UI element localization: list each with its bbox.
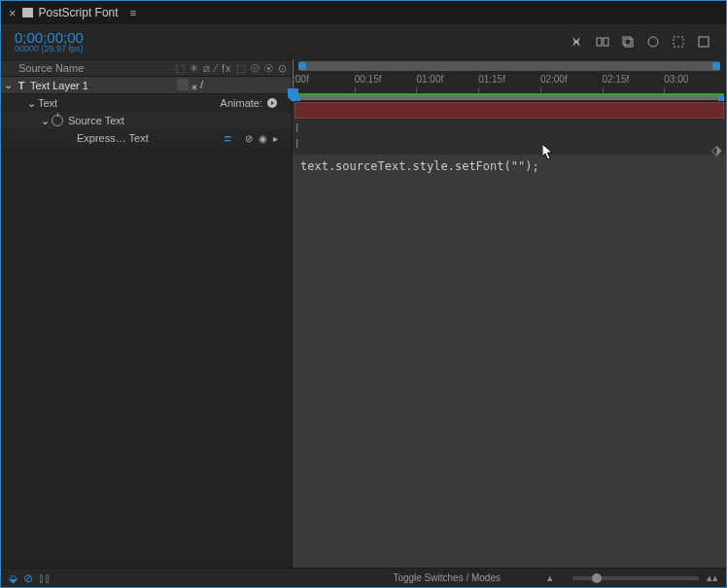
- expression-editor[interactable]: text.sourceText.style.setFont("");: [293, 155, 726, 568]
- expression-enable-icon[interactable]: =: [224, 131, 231, 146]
- expression-language-icon[interactable]: ▸: [273, 133, 278, 144]
- twirl-down-icon[interactable]: ⌄: [38, 115, 52, 127]
- composition-icon: [22, 8, 33, 17]
- render-queue-icon[interactable]: ⬙: [9, 571, 17, 585]
- comp-flowchart-icon[interactable]: [596, 35, 609, 49]
- current-time-indicator[interactable]: [293, 59, 294, 93]
- layer-duration-bar[interactable]: [294, 102, 724, 119]
- shy-toggle-icon[interactable]: ⊘: [23, 571, 33, 585]
- svg-rect-5: [674, 37, 683, 47]
- expression-graph-icon[interactable]: ⊘: [245, 133, 253, 144]
- layer-panel: Source Name ⬚ ✳ ⧄ ⁄ fx ⬚ ⦾ ⦿ ⊙ ⌄ T Text …: [1, 59, 293, 568]
- stopwatch-icon[interactable]: [52, 115, 63, 126]
- zoom-slider[interactable]: [572, 576, 699, 580]
- mouse-cursor: [542, 144, 555, 161]
- zoom-in-icon[interactable]: ▴▴: [707, 571, 718, 584]
- timeline-area: :00f 00:15f 01:00f 01:15f 02:00f 02:15f …: [293, 59, 726, 568]
- switches-column: ⬚ ✳ ⧄ ⁄ fx ⬚ ⦾ ⦿ ⊙: [175, 62, 292, 75]
- svg-rect-6: [699, 37, 709, 47]
- time-ruler[interactable]: :00f 00:15f 01:00f 01:15f 02:00f 02:15f …: [293, 59, 726, 94]
- svg-rect-0: [597, 38, 602, 46]
- timecode[interactable]: 0;00;00;00 00000 (29.97 fps): [15, 30, 84, 53]
- draft3d-icon[interactable]: [621, 35, 635, 49]
- tab-bar: × PostScript Font ≡: [1, 1, 726, 24]
- frame-blend-toggle-icon[interactable]: ⫿⫿: [39, 571, 51, 585]
- text-layer-icon: T: [15, 80, 28, 91]
- timeline-footer: ⬙ ⊘ ⫿⫿ Toggle Switches / Modes ▴ ▴▴: [1, 568, 726, 587]
- property-label: Text: [38, 97, 57, 109]
- cache-indicator: [294, 93, 724, 96]
- motion-blur-icon[interactable]: [672, 35, 685, 49]
- svg-rect-3: [625, 39, 633, 47]
- frame-blend-icon[interactable]: [646, 35, 660, 49]
- keyframe-ibeam-icon: I: [295, 121, 298, 135]
- timecode-sub: 00000 (29.97 fps): [15, 45, 84, 53]
- animate-button[interactable]: Animate:: [221, 97, 278, 109]
- keyframe-ibeam-icon: I: [295, 137, 298, 151]
- twirl-down-icon[interactable]: ⌄: [24, 97, 38, 110]
- graph-editor-icon[interactable]: [697, 35, 710, 49]
- toggle-switches-button[interactable]: Toggle Switches / Modes: [393, 572, 501, 583]
- svg-rect-1: [604, 38, 608, 46]
- marker-icon[interactable]: ⬗: [711, 142, 722, 157]
- svg-point-4: [648, 37, 658, 47]
- timecode-main: 0;00;00;00: [15, 30, 84, 45]
- tab-title[interactable]: PostScript Font: [39, 6, 119, 19]
- property-label: Source Text: [68, 115, 124, 126]
- close-tab-icon[interactable]: ×: [9, 6, 17, 20]
- source-name-column[interactable]: Source Name: [1, 62, 84, 74]
- layer-name[interactable]: Text Layer 1: [28, 80, 175, 91]
- panel-menu-icon[interactable]: ≡: [130, 7, 136, 18]
- track-area[interactable]: I I text.sourceText.style.setFont("");: [293, 102, 726, 568]
- expression-label[interactable]: Express… Text: [1, 132, 149, 144]
- layer-row[interactable]: ⌄ T Text Layer 1 ⁎/: [1, 77, 292, 94]
- time-navigator[interactable]: [298, 61, 720, 71]
- layer-switches[interactable]: ⁎/: [175, 79, 292, 92]
- column-header: Source Name ⬚ ✳ ⧄ ⁄ fx ⬚ ⦾ ⦿ ⊙: [1, 59, 292, 77]
- expression-row: Express… Text = ⊘ ◉ ▸: [1, 129, 292, 147]
- zoom-out-icon[interactable]: ▴: [547, 571, 553, 584]
- timeline-header: 0;00;00;00 00000 (29.97 fps): [1, 24, 726, 59]
- search-icon[interactable]: [571, 35, 584, 49]
- svg-rect-2: [623, 37, 631, 45]
- property-text[interactable]: ⌄ Text Animate:: [1, 94, 292, 112]
- twirl-down-icon[interactable]: ⌄: [1, 79, 15, 91]
- composition-tools: [571, 35, 710, 49]
- expression-pickwhip-icon[interactable]: ◉: [259, 133, 267, 144]
- property-source-text[interactable]: ⌄ Source Text: [1, 112, 292, 129]
